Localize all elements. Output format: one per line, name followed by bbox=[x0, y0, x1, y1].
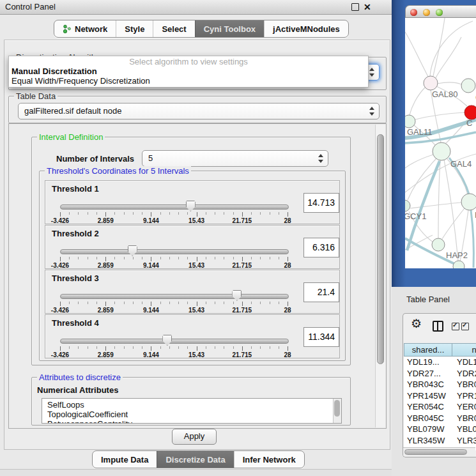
slider-thumb[interactable] bbox=[128, 245, 137, 256]
network-edge bbox=[407, 161, 440, 250]
tab-select[interactable]: Select bbox=[153, 20, 194, 37]
numerical-attributes-label: Numerical Attributes bbox=[37, 385, 118, 395]
cell-shared-name: YBR045C bbox=[407, 413, 444, 423]
gear-icon[interactable]: ⚙ bbox=[411, 318, 422, 330]
node-label: GAL11 bbox=[407, 127, 433, 137]
network-canvas[interactable]: GAL80GCGAL11GAL4GCY1HHAP2 bbox=[405, 18, 476, 268]
cell-shared-name: YPR145W bbox=[407, 391, 446, 401]
minimize-traffic-light-icon[interactable] bbox=[423, 9, 430, 16]
threshold-label: Threshold 1 bbox=[52, 184, 99, 194]
table-row[interactable]: YER054CYER0 bbox=[404, 401, 476, 413]
slider-thumb[interactable] bbox=[186, 201, 196, 211]
slider-track[interactable] bbox=[60, 294, 289, 299]
slider-tick-labels: -3.4262.8599.14415.4321.71528 bbox=[60, 217, 288, 224]
threshold-label: Threshold 2 bbox=[52, 229, 99, 238]
slider-track[interactable] bbox=[60, 204, 289, 210]
slider-thumb[interactable] bbox=[232, 290, 242, 301]
tab-jactivemnodules[interactable]: jActiveMNodules bbox=[264, 20, 348, 37]
node-label: GAL80 bbox=[432, 89, 457, 99]
tab-style[interactable]: Style bbox=[116, 20, 153, 37]
combobox-stepper-icon[interactable] bbox=[317, 151, 325, 166]
threshold-value-field[interactable]: 14.713 bbox=[303, 193, 339, 213]
threshold-slider[interactable]: -3.4262.8599.14415.4321.71528 bbox=[60, 243, 288, 268]
tab-cyni-toolbox[interactable]: Cyni Toolbox bbox=[195, 20, 264, 37]
slider-track[interactable] bbox=[60, 339, 289, 344]
close-traffic-light-icon[interactable] bbox=[410, 9, 417, 16]
network-graph: GAL80GCGAL11GAL4GCY1HHAP2 bbox=[405, 18, 476, 268]
table-row[interactable]: YPR145WYPR1 bbox=[404, 390, 476, 402]
table-row[interactable]: YBL079WYBL0 bbox=[404, 424, 476, 435]
column-header-name[interactable]: n bbox=[452, 343, 476, 357]
combobox-stepper-icon[interactable] bbox=[368, 65, 376, 80]
horizontal-scrollbar-thumb[interactable] bbox=[404, 449, 467, 455]
slider-track[interactable] bbox=[60, 249, 289, 254]
network-node-gal4[interactable] bbox=[433, 142, 450, 160]
tab-network[interactable]: Network bbox=[54, 20, 116, 37]
vertical-scrollbar-thumb[interactable] bbox=[377, 134, 384, 364]
attribute-list-item[interactable]: BetweennessCentrality bbox=[42, 419, 341, 424]
list-scrollbar-thumb[interactable] bbox=[334, 400, 340, 417]
combobox-stepper-icon[interactable] bbox=[368, 104, 376, 119]
tab-impute-data[interactable]: Impute Data bbox=[93, 451, 157, 468]
network-window-titlebar[interactable] bbox=[405, 5, 476, 18]
network-node-hap2[interactable] bbox=[432, 238, 445, 251]
network-node-gal11[interactable] bbox=[405, 115, 415, 128]
cell-name: YER0 bbox=[457, 402, 476, 411]
number-of-intervals-label: Number of Intervals bbox=[56, 154, 134, 164]
threshold-slider[interactable]: -3.4262.8599.14415.4321.71528 bbox=[60, 199, 288, 223]
numerical-attributes-list[interactable]: SelfLoopsTopologicalCoefficientBetweenne… bbox=[42, 398, 342, 424]
float-window-icon[interactable] bbox=[351, 3, 359, 11]
cell-name: YBR0 bbox=[457, 413, 476, 423]
apply-button[interactable]: Apply bbox=[172, 429, 217, 445]
dropdown-options: Manual DiscretizationEqual Width/Frequen… bbox=[9, 66, 368, 86]
tab-label: Discretize Data bbox=[165, 455, 225, 464]
network-edge bbox=[405, 155, 433, 168]
slider-thumb[interactable] bbox=[162, 335, 172, 346]
column-selector-icon[interactable] bbox=[433, 321, 443, 332]
threshold-slider[interactable]: -3.4262.8599.14415.4321.71528 bbox=[60, 288, 288, 312]
network-view-window: GAL80GCGAL11GAL4GCY1HHAP2 bbox=[405, 5, 476, 268]
dropdown-option[interactable]: Equal Width/Frequency Discretization bbox=[9, 76, 368, 86]
network-node[interactable] bbox=[453, 261, 464, 268]
dropdown-option[interactable]: Manual Discretization bbox=[9, 66, 368, 76]
threshold-value-field[interactable]: 21.4 bbox=[303, 282, 339, 302]
table-row[interactable]: YDL19...YDL1 bbox=[404, 357, 476, 368]
table-row[interactable]: YBR045CYBR0 bbox=[404, 413, 476, 424]
vertical-scrollbar[interactable] bbox=[375, 125, 385, 427]
threshold-value-field[interactable]: 6.316 bbox=[303, 238, 339, 257]
threshold-slider[interactable]: -3.4262.8599.14415.4321.71528 bbox=[60, 333, 288, 357]
network-node-gcy1[interactable] bbox=[405, 200, 410, 211]
interval-definition-label: Interval Definition bbox=[37, 132, 105, 142]
table-row[interactable]: YBR043CYBR0 bbox=[404, 379, 476, 390]
slider-ticks bbox=[60, 212, 288, 217]
tab-label: jActiveMNodules bbox=[273, 24, 340, 34]
checkbox-icon[interactable] bbox=[452, 323, 459, 330]
table-row[interactable]: YLR345WYLR3 bbox=[404, 435, 476, 447]
threshold-value-field[interactable]: 11.344 bbox=[303, 327, 339, 347]
table-toolbar: ⚙ bbox=[403, 314, 476, 339]
attribute-list-item[interactable]: SelfLoops bbox=[42, 399, 341, 410]
network-node-c[interactable] bbox=[464, 105, 476, 119]
table-data-group: Table Data galFiltered.sif default node bbox=[8, 96, 387, 123]
attribute-list-item[interactable]: TopologicalCoefficient bbox=[42, 410, 341, 419]
tab-label: Infer Network bbox=[243, 455, 296, 464]
cell-name: YBL0 bbox=[457, 424, 476, 434]
checkbox-icon[interactable] bbox=[461, 323, 469, 330]
tab-label: Impute Data bbox=[101, 455, 148, 464]
network-node-g[interactable] bbox=[461, 79, 475, 93]
column-header-shared-name[interactable]: shared... bbox=[404, 343, 452, 357]
network-node-h[interactable] bbox=[461, 194, 476, 210]
horizontal-scrollbar[interactable] bbox=[403, 447, 475, 456]
zoom-traffic-light-icon[interactable] bbox=[436, 9, 443, 16]
tab-infer-network[interactable]: Infer Network bbox=[234, 451, 304, 468]
table-header-row: shared... n bbox=[404, 343, 476, 357]
network-node-gal80[interactable] bbox=[424, 76, 438, 90]
tab-discretize-data[interactable]: Discretize Data bbox=[157, 451, 233, 468]
list-scrollbar[interactable] bbox=[333, 399, 341, 423]
table-row[interactable]: YDR27...YDR2 bbox=[404, 368, 476, 380]
cell-name: YPR1 bbox=[457, 391, 476, 401]
table-data-combobox[interactable]: galFiltered.sif default node bbox=[18, 103, 380, 119]
close-icon[interactable]: ✕ bbox=[364, 1, 371, 13]
number-of-intervals-combobox[interactable]: 5 bbox=[142, 150, 328, 167]
top-tab-bar: NetworkStyleSelectCyni ToolboxjActiveMNo… bbox=[54, 20, 349, 38]
